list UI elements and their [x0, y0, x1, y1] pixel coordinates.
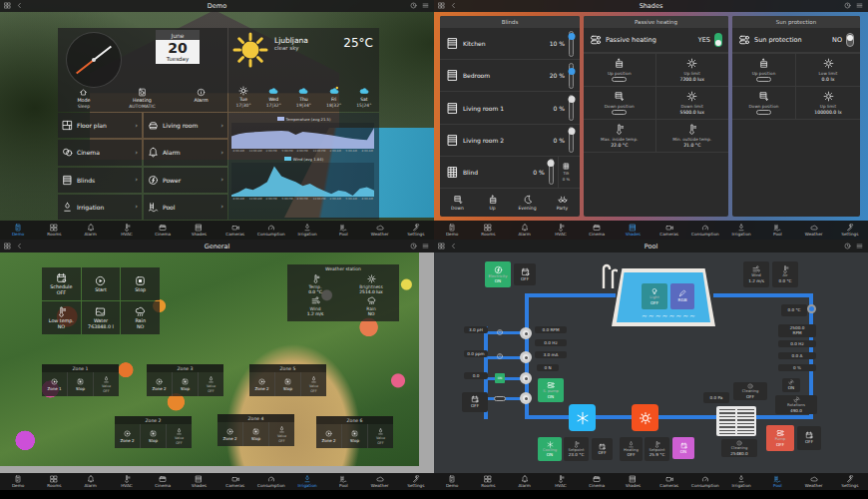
zone-start-button[interactable]: Zone 2 [217, 422, 242, 446]
electricity-button[interactable]: ElectricityON [485, 261, 511, 287]
heating-unit-icon[interactable] [632, 404, 658, 431]
tab-alarm[interactable]: Alarm [73, 221, 109, 240]
cell-down-position[interactable]: Down position [584, 87, 656, 120]
tab-pool[interactable]: Pool [325, 221, 361, 240]
tab-cinema[interactable]: Cinema [579, 473, 615, 490]
toggle-switch[interactable] [846, 33, 854, 47]
cell-down-position[interactable]: Down position [732, 87, 796, 120]
cooling-schedule-button[interactable]: OFF [592, 438, 613, 460]
tab-settings[interactable]: Settings [398, 473, 434, 490]
zone-start-button[interactable]: Zone 2 [115, 424, 140, 448]
tab-weather[interactable]: Weather [796, 473, 832, 490]
valve-2[interactable] [520, 351, 532, 363]
action-party[interactable]: Party [545, 195, 580, 211]
tab-demo[interactable]: Demo [434, 473, 470, 490]
quick-alarm[interactable]: Alarm [194, 88, 208, 109]
control-rain[interactable]: RainNO [121, 301, 160, 334]
tab-cameras[interactable]: Cameras [651, 473, 687, 490]
menu-irrigation[interactable]: Irrigation› [58, 195, 142, 220]
tab-shades[interactable]: Shades [181, 221, 217, 240]
tab-irrigation[interactable]: Irrigation [289, 221, 325, 240]
pump-button[interactable]: PumpOFF [766, 425, 794, 451]
cell-up-position[interactable]: Up position [732, 54, 796, 87]
menu-living-room[interactable]: Living room› [144, 113, 227, 138]
tab-settings[interactable]: Settings [832, 221, 868, 240]
tab-weather[interactable]: Weather [796, 221, 832, 240]
tab-cinema[interactable]: Cinema [145, 473, 181, 490]
tab-cinema[interactable]: Cinema [145, 221, 181, 240]
toggle-switch[interactable] [714, 33, 722, 47]
tab-shades[interactable]: Shades [615, 473, 651, 490]
blind-row-living-room-1[interactable]: Living room 10 % [440, 92, 580, 124]
left-off-toggle[interactable] [494, 396, 506, 401]
tab-hvac[interactable]: HVAC [109, 221, 145, 240]
tab-consumption[interactable]: Consumption [253, 221, 289, 240]
tab-irrigation[interactable]: Irrigation [289, 473, 325, 490]
light-button[interactable]: LightOFF [642, 283, 667, 309]
menu-floor-plan[interactable]: Floor plan› [58, 113, 142, 138]
tab-pool[interactable]: Pool [325, 473, 361, 490]
tab-shades[interactable]: Shades [181, 473, 217, 490]
heating-schedule-button[interactable]: ON [672, 437, 694, 459]
blind-row-living-room-2[interactable]: Living room 20 % [440, 125, 580, 157]
zone-start-button[interactable]: Zone 2 [249, 372, 274, 396]
electricity-schedule-button[interactable]: OFF [514, 263, 536, 285]
zone-stop-button[interactable]: Stop [274, 372, 300, 396]
tab-irrigation[interactable]: Irrigation [723, 473, 759, 490]
toggle-pill[interactable] [756, 77, 771, 82]
tab-demo[interactable]: Demo [0, 473, 36, 490]
tab-demo[interactable]: Demo [434, 221, 470, 240]
tab-settings[interactable]: Settings [832, 473, 868, 490]
control-start[interactable]: Start [82, 267, 121, 300]
tab-alarm[interactable]: Alarm [507, 221, 543, 240]
zone-valve-button[interactable]: ValveOFF [268, 422, 294, 446]
tab-hvac[interactable]: HVAC [543, 473, 579, 490]
tab-demo[interactable]: Demo [0, 221, 36, 240]
tab-pool[interactable]: Pool [759, 221, 795, 240]
tab-pool[interactable]: Pool [759, 473, 795, 490]
action-up[interactable]: Up [475, 195, 510, 211]
zone-stop-button[interactable]: Stop [242, 422, 268, 446]
menu-power[interactable]: Power› [144, 168, 227, 193]
tab-weather[interactable]: Weather [362, 221, 398, 240]
cooling-unit-icon[interactable] [569, 404, 596, 431]
tab-alarm[interactable]: Alarm [507, 473, 543, 490]
tab-rooms[interactable]: Rooms [36, 221, 72, 240]
tab-cameras[interactable]: Cameras [217, 473, 253, 490]
zone-start-button[interactable]: Zone 1 [42, 372, 67, 396]
zone-start-button[interactable]: Zone 2 [147, 372, 172, 396]
tilt-indicator[interactable]: Tilt0 % [558, 157, 574, 188]
heating-setpoint[interactable]: Setpoint25.9 °C [645, 437, 669, 461]
zone-stop-button[interactable]: Stop [140, 424, 166, 448]
tab-rooms[interactable]: Rooms [470, 221, 506, 240]
menu-pool[interactable]: Pool› [144, 195, 227, 220]
menu-cinema[interactable]: Cinema› [58, 140, 142, 165]
menu-alarm[interactable]: Alarm› [144, 140, 227, 165]
tab-irrigation[interactable]: Irrigation [723, 221, 759, 240]
blind-row-bedroom[interactable]: Bedroom20 % [440, 60, 580, 92]
valve-3[interactable] [520, 372, 532, 384]
cell-up-position[interactable]: Up position [584, 54, 656, 87]
tab-alarm[interactable]: Alarm [73, 473, 109, 490]
zone-valve-button[interactable]: ValveOFF [198, 372, 223, 396]
zone-valve-button[interactable]: ValveOFF [367, 424, 393, 448]
zone-valve-button[interactable]: ValveOFF [300, 372, 326, 396]
tab-rooms[interactable]: Rooms [470, 473, 506, 490]
zone-start-button[interactable]: Zone 2 [316, 424, 341, 448]
tab-consumption[interactable]: Consumption [687, 473, 723, 490]
valve-1[interactable] [520, 327, 532, 339]
quick-heating[interactable]: HeatingAUTOMATIC [129, 88, 156, 109]
tab-consumption[interactable]: Consumption [687, 221, 723, 240]
tab-cameras[interactable]: Cameras [217, 221, 253, 240]
blind-slider[interactable] [549, 159, 554, 185]
blind-slider[interactable] [569, 127, 574, 153]
zone-stop-button[interactable]: Stop [67, 372, 93, 396]
toggle-pill[interactable] [612, 77, 627, 82]
menu-blinds[interactable]: Blinds› [58, 168, 142, 193]
blind-slider[interactable] [569, 31, 574, 57]
tab-cameras[interactable]: Cameras [651, 221, 687, 240]
cooling-setpoint[interactable]: Setpoint23.0 °C [564, 437, 589, 461]
zone-stop-button[interactable]: Stop [341, 424, 367, 448]
heating-button[interactable]: HeatingOFF [620, 437, 643, 461]
control-stop[interactable]: Stop [121, 267, 160, 300]
